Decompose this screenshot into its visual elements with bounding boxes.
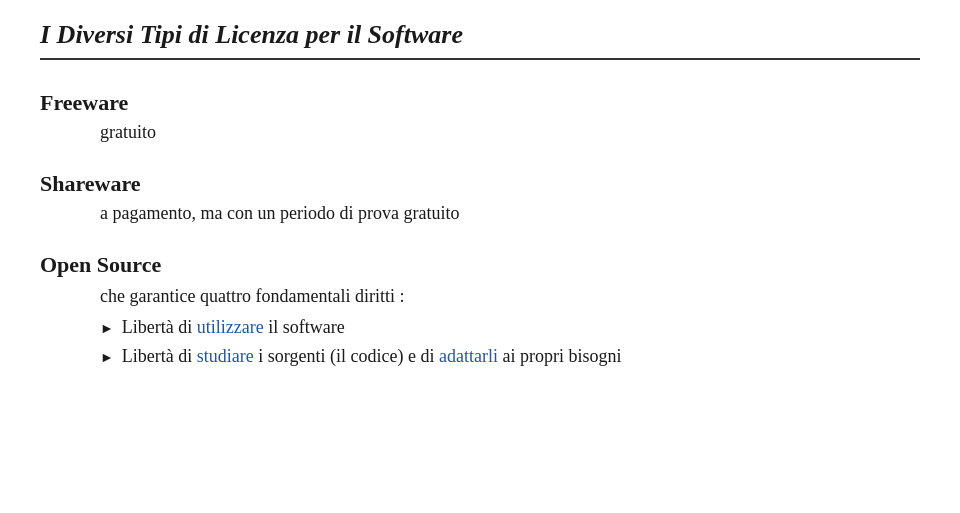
shareware-section: Shareware a pagamento, ma con un periodo… (40, 171, 920, 224)
freeware-heading: Freeware (40, 90, 920, 116)
bullet-arrow-icon: ► (100, 321, 114, 337)
bullet-1-text: Libertà di utilizzare il software (122, 317, 345, 338)
utilizzare-link[interactable]: utilizzare (197, 317, 264, 337)
title-divider (40, 58, 920, 60)
open-source-bullets: ► Libertà di utilizzare il software ► Li… (100, 317, 920, 367)
bullet-2-text: Libertà di studiare i sorgenti (il codic… (122, 346, 622, 367)
list-item: ► Libertà di studiare i sorgenti (il cod… (100, 346, 920, 367)
open-source-heading: Open Source (40, 252, 920, 278)
adattarli-link[interactable]: adattarli (439, 346, 498, 366)
bullet-arrow-icon: ► (100, 350, 114, 366)
open-source-subtext: che garantice quattro fondamentali dirit… (100, 286, 920, 307)
page-title: I Diversi Tipi di Licenza per il Softwar… (40, 20, 920, 50)
list-item: ► Libertà di utilizzare il software (100, 317, 920, 338)
freeware-section: Freeware gratuito (40, 90, 920, 143)
studiare-link[interactable]: studiare (197, 346, 254, 366)
shareware-subtext: a pagamento, ma con un periodo di prova … (100, 203, 920, 224)
shareware-heading: Shareware (40, 171, 920, 197)
freeware-subtext: gratuito (100, 122, 920, 143)
open-source-section: Open Source che garantice quattro fondam… (40, 252, 920, 367)
